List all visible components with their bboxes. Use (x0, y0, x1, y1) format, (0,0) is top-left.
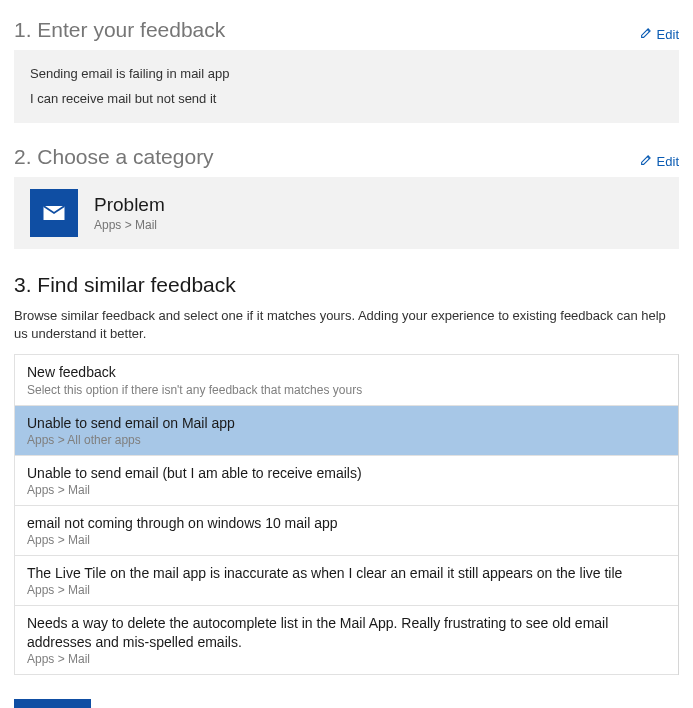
instructions-text: Browse similar feedback and select one i… (14, 307, 679, 342)
section-2-title: 2. Choose a category (14, 145, 214, 169)
similar-feedback-list[interactable]: New feedbackSelect this option if there … (14, 354, 679, 674)
edit-label: Edit (657, 27, 679, 42)
feedback-item-title: email not coming through on windows 10 m… (27, 514, 666, 532)
feedback-item[interactable]: Needs a way to delete the autocomplete l… (15, 606, 678, 674)
feedback-summary-card: Sending email is failing in mail app I c… (14, 50, 679, 123)
section-3-title: 3. Find similar feedback (14, 273, 236, 297)
feedback-item-title: Unable to send email (but I am able to r… (27, 464, 666, 482)
category-card: Problem Apps > Mail (14, 177, 679, 249)
feedback-item[interactable]: Unable to send email (but I am able to r… (15, 456, 678, 506)
edit-label: Edit (657, 154, 679, 169)
section-1-title: 1. Enter your feedback (14, 18, 225, 42)
pencil-icon (640, 26, 653, 42)
feedback-item-sub: Select this option if there isn't any fe… (27, 383, 666, 397)
category-text: Problem Apps > Mail (94, 194, 165, 232)
feedback-item[interactable]: email not coming through on windows 10 m… (15, 506, 678, 556)
next-button[interactable]: Next (14, 699, 91, 708)
feedback-summary-detail: I can receive mail but not send it (30, 87, 663, 112)
pencil-icon (640, 153, 653, 169)
feedback-item-title: Needs a way to delete the autocomplete l… (27, 614, 666, 650)
mail-icon (30, 189, 78, 237)
feedback-item-sub: Apps > All other apps (27, 433, 666, 447)
edit-feedback-link[interactable]: Edit (640, 26, 679, 42)
section-1-header: 1. Enter your feedback Edit (14, 18, 679, 42)
feedback-item[interactable]: New feedbackSelect this option if there … (15, 355, 678, 405)
edit-category-link[interactable]: Edit (640, 153, 679, 169)
feedback-summary-title: Sending email is failing in mail app (30, 62, 663, 87)
section-2-header: 2. Choose a category Edit (14, 145, 679, 169)
feedback-item-sub: Apps > Mail (27, 583, 666, 597)
category-title: Problem (94, 194, 165, 216)
feedback-item-title: New feedback (27, 363, 666, 381)
category-breadcrumb: Apps > Mail (94, 218, 165, 232)
feedback-item-sub: Apps > Mail (27, 483, 666, 497)
feedback-item[interactable]: The Live Tile on the mail app is inaccur… (15, 556, 678, 606)
section-3-header: 3. Find similar feedback (14, 273, 679, 297)
feedback-item-title: The Live Tile on the mail app is inaccur… (27, 564, 666, 582)
feedback-item[interactable]: Unable to send email on Mail appApps > A… (15, 406, 678, 456)
feedback-item-title: Unable to send email on Mail app (27, 414, 666, 432)
feedback-item-sub: Apps > Mail (27, 652, 666, 666)
feedback-item-sub: Apps > Mail (27, 533, 666, 547)
